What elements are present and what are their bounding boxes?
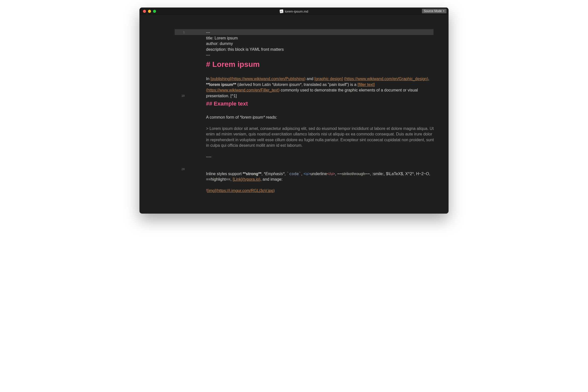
image-link[interactable]: ![img](https://i.imgur.com/RGLj3oV.jpg) — [206, 188, 436, 194]
link-url[interactable]: https://i.imgur.com/RGLj3oV.jpg — [217, 188, 273, 193]
zoom-window-button[interactable] — [153, 10, 156, 13]
line-number-gutter: 1 10 20 — [139, 15, 187, 214]
file-icon: M↓ — [280, 9, 283, 13]
source-mode-badge[interactable]: Source Mode × — [422, 9, 447, 13]
titlebar: M↓ lorem-ipsum.md Source Mode × — [139, 8, 449, 15]
frontmatter-line[interactable]: title: Lorem ipsum — [206, 35, 436, 41]
html-tag: <u> — [304, 172, 311, 176]
link-url[interactable]: https://www.wikiwand.com/en/Filler_text — [207, 88, 278, 92]
link-text[interactable]: graphic design — [316, 77, 342, 81]
code-text: code — [289, 171, 299, 176]
line-number: 1 — [139, 30, 185, 35]
window-controls — [139, 10, 156, 13]
paragraph[interactable]: In [publishing](https://www.wikiwand.com… — [206, 76, 436, 99]
blockquote[interactable]: > Lorem ipsum dolor sit amet, consectetu… — [206, 126, 436, 149]
line-number: 20 — [139, 167, 185, 172]
editor-area[interactable]: 1 10 20 --- title: Lorem ipsum author: d… — [139, 15, 449, 214]
paragraph[interactable]: Inline styles support **strong**, *Empha… — [206, 171, 436, 182]
close-window-button[interactable] — [143, 10, 146, 13]
heading-2[interactable]: ## Example text — [206, 99, 436, 109]
italic-text: *dolorem ipsum* — [272, 82, 301, 87]
link-text[interactable]: Link — [234, 177, 241, 181]
strikethrough-text: ~~strikethrough~~ — [337, 172, 370, 176]
horizontal-rule[interactable]: ---- — [206, 154, 436, 160]
frontmatter-line[interactable]: author: dummy — [206, 41, 436, 47]
app-window: M↓ lorem-ipsum.md Source Mode × 1 10 20 … — [139, 8, 449, 214]
italic-text: *lorem ipsum* — [240, 115, 265, 119]
html-tag: </u> — [327, 172, 335, 176]
link-url[interactable]: https://www.wikiwand.com/en/Publishing — [232, 77, 304, 81]
frontmatter-close[interactable]: --- — [206, 52, 436, 58]
filename-label: lorem-ipsum.md — [285, 10, 308, 13]
italic-text: *Emphasis* — [264, 172, 284, 176]
link-url[interactable]: https://www.wikiwand.com/en/Graphic_desi… — [345, 77, 427, 81]
close-icon[interactable]: × — [443, 9, 445, 13]
heading-1[interactable]: # Lorem ipsum — [206, 58, 436, 71]
link-text[interactable]: filler text — [359, 82, 374, 87]
line-number: 10 — [139, 93, 185, 99]
window-title: M↓ lorem-ipsum.md — [280, 10, 308, 13]
frontmatter-line[interactable]: description: this block is YAML front ma… — [206, 47, 436, 53]
minimize-window-button[interactable] — [148, 10, 151, 13]
source-content[interactable]: --- title: Lorem ipsum author: dummy des… — [188, 15, 436, 214]
bold-text: **strong** — [243, 172, 262, 176]
frontmatter-open[interactable]: --- — [206, 30, 436, 35]
link-url[interactable]: typora.io — [243, 177, 259, 181]
mode-label: Source Mode — [424, 9, 442, 13]
link-text[interactable]: publishing — [212, 77, 230, 81]
bold-text: **lorem ipsum** — [206, 82, 236, 87]
paragraph[interactable]: A common form of *lorem ipsum* reads: — [206, 115, 436, 120]
